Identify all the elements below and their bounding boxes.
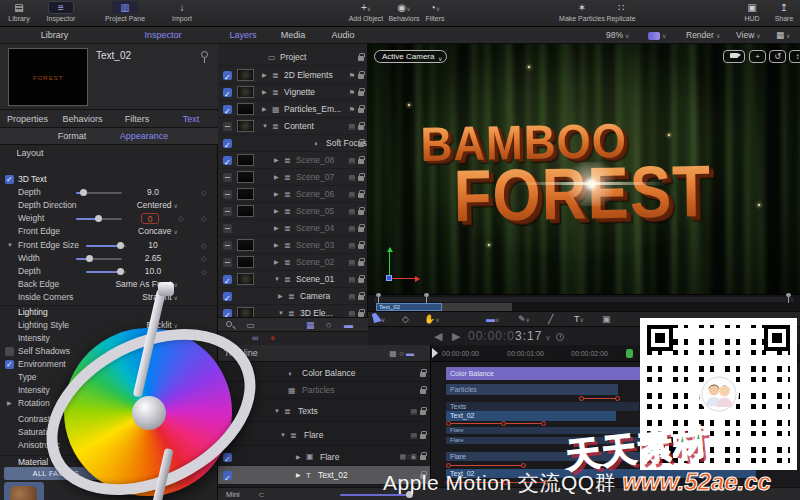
keyframe-curve[interactable] (448, 423, 544, 424)
weight-slider[interactable] (76, 218, 122, 220)
flag-icon[interactable]: ⚑ (349, 72, 355, 79)
all-facets-tab[interactable]: ALL FACETS (4, 467, 108, 480)
visibility-checkbox[interactable] (223, 71, 232, 80)
share-button[interactable]: ↥Share (768, 1, 800, 22)
slider-thumb[interactable] (86, 255, 93, 262)
playhead-marker[interactable] (626, 349, 633, 358)
material-swatch-cell[interactable]: Bamboo (4, 482, 44, 500)
width-value[interactable]: 2.65 (132, 252, 174, 265)
disclosure-triangle[interactable]: ▶ (274, 237, 279, 254)
mini-timeline-clip[interactable]: Text_02 (376, 303, 442, 311)
layer-row-particles-em[interactable]: ▶▦Particles_Em...⚑ (218, 101, 368, 118)
library-button[interactable]: ▤Library (0, 1, 38, 22)
mini-toggle-icon[interactable]: ⊂ (258, 488, 264, 500)
replicate-button[interactable]: ∷Replicate (598, 1, 644, 22)
front-edge-size-value[interactable]: 10 (132, 239, 174, 252)
visibility-checkbox[interactable] (223, 258, 232, 267)
disclosure-triangle[interactable]: ▶ (274, 220, 279, 237)
canvas-viewport[interactable]: BAMBOO BAMBOO FOREST FOREST Active Camer… (368, 44, 800, 294)
disclosure-triangle[interactable]: ▶ (274, 203, 279, 220)
lock-icon[interactable] (358, 74, 364, 79)
visibility-checkbox[interactable] (223, 224, 232, 233)
disclosure-triangle[interactable]: ▼ (274, 401, 280, 422)
visibility-checkbox[interactable] (223, 156, 232, 165)
filter-field-icon[interactable]: ▭ (246, 318, 255, 332)
tab-layers[interactable]: Layers (218, 27, 268, 44)
weight-value[interactable]: 0 (141, 213, 159, 224)
keyframe-curve[interactable] (581, 398, 618, 399)
disclosure-triangle[interactable]: ▶ (262, 67, 267, 84)
keyframe-dot[interactable] (446, 421, 451, 426)
disclosure-triangle[interactable]: ▶ (262, 101, 267, 118)
tab-behaviors[interactable]: Behaviors (55, 111, 110, 128)
subtab-format[interactable]: Format (36, 128, 108, 145)
import-button[interactable]: ↓Import (163, 1, 201, 22)
slider-thumb[interactable] (117, 242, 124, 249)
tab-filters[interactable]: Filters (110, 111, 164, 128)
keyframe-dot[interactable] (501, 421, 506, 426)
slider-thumb[interactable] (117, 268, 124, 275)
layer-row-scene-02[interactable]: ▶≣Scene_02▤ (218, 254, 368, 271)
layer-row-content[interactable]: ▼≣Content▤ (218, 118, 368, 135)
visibility-checkbox[interactable] (223, 190, 232, 199)
keyframe-dot[interactable] (541, 421, 546, 426)
disclosure-triangle[interactable]: ▼ (262, 118, 268, 135)
lock-icon[interactable] (358, 91, 364, 96)
lock-icon[interactable] (358, 210, 364, 215)
previous-frame-button[interactable]: ◀ (434, 327, 442, 345)
line-tool[interactable]: ╱ (548, 312, 553, 327)
render-popup[interactable]: Render∨ (686, 27, 720, 45)
track-bar-particles[interactable]: Particles (446, 384, 618, 395)
link-icon[interactable]: ∞ (252, 332, 258, 345)
track-bar-text02[interactable]: Text_02 (446, 411, 616, 421)
keyframe-icon[interactable]: ◇ (201, 239, 206, 252)
layer-row-scene-04[interactable]: ▶≣Scene_04▤ (218, 220, 368, 237)
layer-row-scene-05[interactable]: ▶≣Scene_05▤ (218, 203, 368, 220)
mask-icon[interactable]: ○ (399, 349, 404, 358)
lock-icon[interactable] (358, 295, 364, 300)
playhead-pin[interactable] (426, 296, 427, 303)
width-slider[interactable] (76, 258, 122, 260)
disclosure-triangle[interactable]: ▶ (296, 466, 301, 485)
lock-icon[interactable] (358, 176, 364, 181)
keyframe-nav-icon[interactable]: ◇ (178, 212, 183, 225)
channels-popup[interactable]: ∨ (648, 27, 666, 45)
view-popup[interactable]: View∨ (736, 27, 761, 45)
disclosure-triangle[interactable]: ▶ (296, 448, 301, 466)
lock-icon[interactable] (358, 159, 364, 164)
depth-value[interactable]: 9.0 (132, 186, 174, 199)
zoom-level-popup[interactable]: 98%∨ (606, 27, 629, 45)
lock-icon[interactable] (358, 125, 364, 130)
3d-axis-widget[interactable] (384, 252, 424, 286)
keyframe-icon[interactable]: ◇ (201, 186, 206, 199)
intensity-value[interactable]: 100.0 % (128, 332, 178, 345)
lock-icon[interactable] (420, 455, 426, 460)
mask-icon[interactable]: ○ (326, 318, 331, 332)
depth2-value[interactable]: 10.0 (132, 265, 174, 278)
lock-icon[interactable] (358, 142, 364, 147)
lock-icon[interactable] (420, 434, 426, 439)
self-shadows-checkbox[interactable] (5, 347, 14, 356)
front-edge-size-slider[interactable] (86, 245, 126, 247)
visibility-checkbox[interactable] (223, 105, 232, 114)
tab-media[interactable]: Media (268, 27, 318, 44)
mini-view-label[interactable]: Mini (226, 488, 240, 500)
flag-icon[interactable]: ⚑ (349, 106, 355, 113)
hud-button[interactable]: ▣HUD (738, 1, 766, 22)
media-icon[interactable]: ▬ (344, 318, 353, 332)
visibility-checkbox[interactable] (223, 453, 232, 462)
layer-row-2d-elements[interactable]: ▶≣2D Elements⚑ (218, 67, 368, 84)
environment-checkbox[interactable] (5, 360, 14, 369)
disclosure-triangle[interactable]: ▼ (274, 271, 280, 288)
disclosure-triangle[interactable]: ▶ (278, 288, 283, 305)
slider-thumb[interactable] (95, 215, 102, 222)
keyframe-icon[interactable]: ◇ (201, 252, 206, 265)
search-icon[interactable] (226, 321, 232, 327)
layer-row-soft-focus[interactable]: ◐Soft Focus (218, 135, 368, 152)
lock-icon[interactable] (358, 278, 364, 283)
blend-icon[interactable]: ▦ (306, 318, 315, 332)
layer-row-scene-01[interactable]: ▼≣Scene_01▤ (218, 271, 368, 288)
lock-icon[interactable] (420, 410, 426, 415)
keyframe-dot[interactable] (615, 396, 620, 401)
layout-grid-icon[interactable]: ▦∨ (776, 27, 790, 45)
